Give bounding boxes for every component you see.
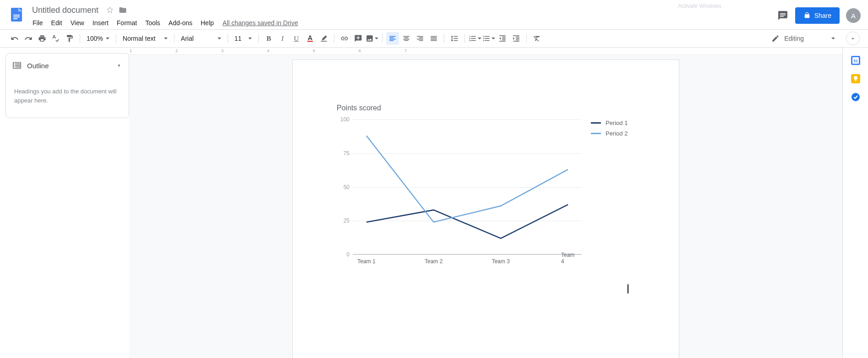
menu-format[interactable]: Format — [114, 17, 140, 28]
document-page[interactable]: Points scored 0255075100Team 1Team 2Team… — [292, 60, 679, 358]
svg-rect-5 — [780, 15, 786, 16]
chevron-down-icon — [218, 38, 221, 39]
y-tick-label: 50 — [337, 184, 349, 190]
svg-rect-6 — [780, 16, 784, 17]
chevron-down-icon — [106, 38, 109, 39]
bulleted-list-button[interactable] — [482, 32, 495, 45]
add-comment-button[interactable] — [352, 32, 365, 45]
chevron-down-icon — [478, 38, 481, 39]
watermark-text: Activate Windows — [678, 3, 721, 9]
menu-help[interactable]: Help — [197, 17, 217, 28]
app-header: Untitled document FileEditViewInsertForm… — [0, 0, 868, 29]
docs-logo-icon[interactable] — [7, 5, 26, 24]
comments-icon[interactable] — [777, 10, 789, 22]
svg-point-13 — [852, 93, 860, 101]
x-tick-label: Team 1 — [357, 258, 375, 265]
clear-formatting-button[interactable] — [530, 32, 543, 45]
menu-bar: FileEditViewInsertFormatToolsAdd-onsHelp… — [29, 17, 777, 28]
ruler-mark: 7 — [404, 49, 407, 53]
paragraph-style-select[interactable]: Normal text — [120, 32, 170, 45]
chevron-down-icon — [375, 38, 378, 39]
svg-rect-3 — [13, 18, 17, 19]
legend-item: Period 1 — [591, 119, 628, 126]
share-label: Share — [814, 12, 831, 19]
highlight-button[interactable] — [317, 32, 330, 45]
y-tick-label: 25 — [337, 217, 349, 224]
redo-button[interactable] — [22, 32, 35, 45]
svg-rect-2 — [13, 16, 20, 17]
y-tick-label: 100 — [337, 116, 349, 123]
collapse-toolbar-button[interactable] — [846, 32, 860, 45]
align-right-button[interactable] — [414, 32, 426, 45]
line-spacing-button[interactable] — [448, 32, 461, 45]
paint-format-button[interactable] — [63, 32, 76, 45]
doc-info: Untitled document FileEditViewInsertForm… — [29, 4, 777, 28]
move-folder-icon[interactable] — [119, 6, 127, 14]
ruler-mark: 6 — [359, 49, 361, 53]
toolbar: 100% Normal text Arial 11 B I U Editing — [0, 29, 868, 48]
underline-button[interactable]: U — [290, 32, 303, 45]
x-tick-label: Team 2 — [425, 258, 442, 265]
chevron-down-icon — [164, 38, 168, 39]
outline-icon — [12, 61, 22, 70]
menu-add-ons[interactable]: Add-ons — [165, 17, 196, 28]
legend-item: Period 2 — [591, 130, 628, 137]
align-center-button[interactable] — [400, 32, 413, 45]
font-size-select[interactable]: 11 — [232, 32, 255, 45]
tasks-app-icon[interactable] — [851, 92, 860, 102]
outline-title: Outline — [27, 62, 109, 70]
svg-rect-4 — [780, 13, 786, 14]
menu-tools[interactable]: Tools — [142, 17, 164, 28]
italic-button[interactable]: I — [276, 32, 289, 45]
svg-rect-1 — [13, 15, 20, 16]
ruler-mark: 4 — [267, 49, 269, 53]
editing-mode-select[interactable]: Editing — [766, 32, 841, 45]
y-tick-label: 0 — [337, 251, 349, 258]
scroll-area[interactable]: Points scored 0255075100Team 1Team 2Team… — [129, 55, 842, 358]
undo-button[interactable] — [8, 32, 21, 45]
x-tick-label: Team 3 — [492, 258, 510, 265]
doc-title[interactable]: Untitled document — [29, 5, 101, 16]
horizontal-ruler[interactable]: 1234567 — [129, 48, 842, 55]
outline-collapse-button[interactable] — [115, 62, 122, 69]
keep-app-icon[interactable] — [851, 74, 860, 83]
text-color-button[interactable] — [304, 32, 317, 45]
menu-edit[interactable]: Edit — [48, 17, 66, 28]
text-cursor — [628, 284, 628, 293]
menu-view[interactable]: View — [67, 17, 87, 28]
decrease-indent-button[interactable] — [496, 32, 509, 45]
chart-series-line — [366, 205, 568, 239]
insert-image-button[interactable] — [366, 32, 378, 45]
ruler-mark: 1 — [130, 49, 132, 53]
calendar-app-icon[interactable]: 31 — [851, 56, 860, 65]
star-icon[interactable] — [106, 6, 114, 14]
align-left-button[interactable] — [386, 32, 399, 45]
zoom-select[interactable]: 100% — [84, 32, 112, 45]
chart-object[interactable]: Points scored 0255075100Team 1Team 2Team… — [337, 104, 635, 271]
bold-button[interactable]: B — [262, 32, 275, 45]
menu-file[interactable]: File — [29, 17, 46, 28]
chart-title: Points scored — [337, 104, 635, 112]
ruler-mark: 5 — [313, 49, 315, 53]
y-tick-label: 75 — [337, 150, 349, 157]
share-button[interactable]: Share — [795, 7, 840, 24]
insert-link-button[interactable] — [338, 32, 351, 45]
menu-insert[interactable]: Insert — [89, 17, 112, 28]
outline-panel: Outline Headings you add to the document… — [0, 48, 129, 358]
svg-rect-7 — [307, 41, 313, 42]
account-avatar[interactable]: A — [846, 8, 861, 23]
spellcheck-button[interactable] — [49, 32, 62, 45]
svg-text:31: 31 — [853, 59, 857, 63]
increase-indent-button[interactable] — [510, 32, 523, 45]
save-status[interactable]: All changes saved in Drive — [223, 19, 298, 27]
ruler-mark: 3 — [221, 49, 224, 53]
side-panel: 31 — [842, 48, 868, 358]
print-button[interactable] — [36, 32, 49, 45]
ruler-mark: 2 — [175, 49, 178, 53]
align-justify-button[interactable] — [427, 32, 440, 45]
chevron-down-icon — [491, 38, 495, 39]
chevron-down-icon — [248, 38, 252, 39]
numbered-list-button[interactable] — [469, 32, 481, 45]
chart-series-line — [366, 136, 568, 222]
font-select[interactable]: Arial — [178, 32, 224, 45]
